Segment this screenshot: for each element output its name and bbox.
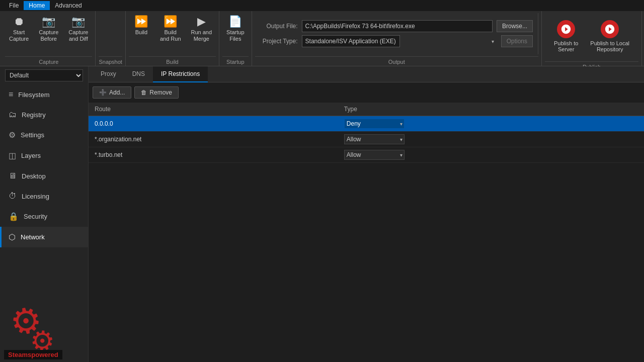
filesystem-icon: ≡ (9, 90, 13, 99)
build-group-label: Build (129, 56, 216, 66)
tab-dns[interactable]: DNS (124, 66, 153, 82)
output-file-input[interactable] (302, 20, 493, 32)
remove-icon: 🗑 (141, 89, 147, 96)
build-run-label: Buildand Run (160, 29, 181, 42)
type-select[interactable]: DenyAllow (344, 119, 405, 129)
route-cell: *.organization.net (89, 132, 338, 147)
security-icon: 🔒 (9, 212, 19, 221)
licensing-icon: ⏱ (9, 192, 17, 201)
security-label: Security (24, 213, 47, 220)
type-cell: DenyAllow (338, 132, 644, 147)
build-buttons: ⏩ Build ⏩ Buildand Run ▶ Run andMerge (129, 13, 216, 54)
start-capture-icon: ⏺ (14, 16, 25, 27)
sidebar-item-filesystem[interactable]: ≡ Filesystem (0, 84, 88, 105)
column-route: Route (89, 103, 338, 116)
ribbon-group-startup: 📄 StartupFiles Startup (219, 11, 252, 66)
run-merge-button[interactable]: ▶ Run andMerge (187, 13, 216, 44)
capture-diff-label: Captureand Diff (68, 29, 88, 42)
remove-label: Remove (149, 89, 172, 96)
menu-file[interactable]: File (4, 1, 24, 10)
output-area: Output File: Browse... Project Type: Sta… (255, 13, 538, 54)
ribbon: ⏺ StartCapture 📷 CaptureBefore 📷 Capture… (0, 11, 644, 66)
table-row[interactable]: 0.0.0.0DenyAllow (89, 116, 644, 132)
startup-files-label: StartupFiles (226, 29, 244, 42)
settings-label: Settings (21, 131, 44, 139)
run-merge-icon: ▶ (197, 16, 206, 27)
sidebar-item-desktop[interactable]: 🖥 Desktop (0, 166, 88, 186)
settings-icon: ⚙ (9, 130, 16, 140)
menu-bar: File Home Advanced (4, 1, 87, 10)
desktop-icon: 🖥 (9, 171, 17, 180)
browse-button[interactable]: Browse... (497, 20, 533, 32)
registry-icon: 🗂 (9, 110, 17, 119)
network-label: Network (21, 233, 45, 241)
start-capture-button[interactable]: ⏺ StartCapture (5, 13, 33, 44)
sidebar-item-security[interactable]: 🔒 Security (0, 206, 88, 227)
sidebar-item-registry[interactable]: 🗂 Registry (0, 105, 88, 125)
add-button[interactable]: ➕ Add... (93, 86, 131, 99)
build-icon: ⏩ (134, 16, 148, 27)
build-run-button[interactable]: ⏩ Buildand Run (156, 13, 185, 44)
capture-diff-icon: 📷 (71, 16, 85, 27)
tab-bar: Proxy DNS IP Restrictions (89, 66, 644, 82)
sidebar: Default ≡ Filesystem 🗂 Registry ⚙ Settin… (0, 66, 89, 362)
table-row[interactable]: *.organization.netDenyAllow (89, 132, 644, 147)
sidebar-item-settings[interactable]: ⚙ Settings (0, 125, 88, 145)
type-select[interactable]: DenyAllow (344, 134, 405, 144)
tab-ip-restrictions[interactable]: IP Restrictions (153, 66, 208, 82)
run-merge-label: Run andMerge (191, 29, 212, 42)
publish-local-label: Publish to LocalRepository (590, 40, 629, 52)
sidebar-item-licensing[interactable]: ⏱ Licensing (0, 186, 88, 206)
add-label: Add... (109, 89, 125, 96)
layers-label: Layers (21, 152, 41, 159)
table-row[interactable]: *.turbo.netDenyAllow (89, 147, 644, 163)
publish-local-button[interactable]: Publish to LocalRepository (586, 17, 633, 55)
publish-server-label: Publish toServer (554, 40, 578, 52)
capture-diff-button[interactable]: 📷 Captureand Diff (64, 13, 92, 44)
profile-select[interactable]: Default (5, 69, 83, 81)
menu-advanced[interactable]: Advanced (50, 1, 87, 10)
sidebar-item-network[interactable]: ⬡ Network (0, 227, 88, 247)
build-button[interactable]: ⏩ Build (129, 13, 154, 38)
startup-buttons: 📄 StartupFiles (222, 13, 248, 54)
sidebar-item-layers[interactable]: ◫ Layers (0, 145, 88, 166)
type-cell: DenyAllow (338, 116, 644, 132)
publish-server-icon (557, 20, 575, 38)
ribbon-group-output: Output File: Browse... Project Type: Sta… (252, 11, 542, 66)
publish-local-icon (601, 20, 619, 38)
ribbon-group-build: ⏩ Build ⏩ Buildand Run ▶ Run andMerge Bu… (126, 11, 219, 66)
project-type-select[interactable]: Standalone/ISV Application (EXE) (302, 35, 400, 47)
output-file-row: Output File: Browse... (260, 20, 533, 32)
content-area: Proxy DNS IP Restrictions ➕ Add... 🗑 Rem… (89, 66, 644, 362)
route-cell: *.turbo.net (89, 147, 338, 163)
profile-section: Default (0, 66, 88, 84)
registry-label: Registry (22, 111, 46, 119)
route-cell: 0.0.0.0 (89, 116, 338, 132)
capture-before-label: CaptureBefore (39, 29, 58, 42)
capture-before-button[interactable]: 📷 CaptureBefore (35, 13, 62, 44)
main-layout: Default ≡ Filesystem 🗂 Registry ⚙ Settin… (0, 66, 644, 362)
ribbon-group-snapshot: Snapshot (96, 11, 125, 66)
ip-restrictions-table: Route Type 0.0.0.0DenyAllow*.organizatio… (89, 103, 644, 163)
publish-server-button[interactable]: Publish toServer (550, 17, 582, 55)
remove-button[interactable]: 🗑 Remove (134, 86, 179, 99)
menu-home[interactable]: Home (24, 1, 50, 10)
ribbon-group-publish: Publish toServer Publish to LocalReposit… (542, 11, 642, 66)
output-file-label: Output File: (260, 23, 298, 30)
layers-icon: ◫ (9, 151, 16, 160)
snapshot-buttons (99, 13, 122, 54)
startup-files-button[interactable]: 📄 StartupFiles (222, 13, 248, 44)
ribbon-group-capture: ⏺ StartCapture 📷 CaptureBefore 📷 Capture… (2, 11, 96, 66)
capture-before-icon: 📷 (42, 16, 55, 27)
startup-files-icon: 📄 (228, 16, 242, 27)
add-icon: ➕ (99, 89, 107, 96)
column-type: Type (338, 103, 644, 116)
title-bar: File Home Advanced (0, 0, 644, 11)
capture-buttons: ⏺ StartCapture 📷 CaptureBefore 📷 Capture… (5, 13, 92, 54)
project-type-label: Project Type: (260, 38, 298, 45)
options-button: Options (501, 35, 533, 47)
project-type-row: Project Type: Standalone/ISV Application… (260, 35, 533, 47)
type-select[interactable]: DenyAllow (344, 150, 405, 160)
network-icon: ⬡ (9, 232, 16, 242)
tab-proxy[interactable]: Proxy (93, 66, 124, 82)
